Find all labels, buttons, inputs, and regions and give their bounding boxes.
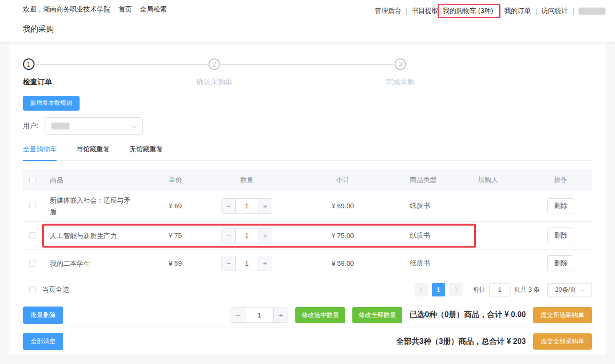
nav-separator: | xyxy=(535,7,537,15)
tab-full-cart[interactable]: 全量购物车 xyxy=(23,145,57,161)
top-header: 欢迎，湖南商务职业技术学院 首页 全局检索 管理后台 | 书目提取 | 我的购物… xyxy=(0,0,615,42)
pagination: 1 前往 页共 3 条 20条/页 xyxy=(411,283,592,296)
submit-selected-button[interactable]: 提交所选采购单 xyxy=(533,307,592,323)
unit-price: ¥ 59 xyxy=(163,260,213,267)
nav-separator: | xyxy=(440,7,442,15)
header-cell-product: 商品 xyxy=(42,174,163,186)
qty-increase-button[interactable]: + xyxy=(258,256,272,271)
user-select[interactable] xyxy=(45,117,143,135)
redacted-user-value xyxy=(51,123,70,129)
header-cell-price: 单价 xyxy=(163,176,213,184)
qty-input[interactable] xyxy=(236,199,258,213)
step-connector xyxy=(221,64,394,65)
tab-no-duplicate[interactable]: 无馆藏重复 xyxy=(129,145,163,160)
add-copy-rule-button[interactable]: 新增复本数规则 xyxy=(23,96,80,111)
page-size-value: 20条/页 xyxy=(555,285,576,294)
batch-delete-button[interactable]: 批量删除 xyxy=(23,307,63,324)
product-title: 新媒体嵌入社会：适应与矛盾 xyxy=(42,191,163,221)
header-cell-action: 操作 xyxy=(530,176,592,184)
table-row: 人工智能与新质生产力 ¥ 75 − + ¥ 75.00 纸质书 删除 xyxy=(23,222,592,250)
qty-decrease-button[interactable]: − xyxy=(222,256,236,271)
table-row: 我的二本学生 ¥ 59 − + ¥ 59.00 纸质书 删除 xyxy=(23,250,592,277)
row-checkbox[interactable] xyxy=(29,203,36,209)
qty-input[interactable] xyxy=(236,228,258,243)
product-title: 人工智能与新质生产力 xyxy=(42,226,163,245)
select-page-label: 当页全选 xyxy=(42,285,69,294)
qty-increase-button[interactable]: + xyxy=(258,228,272,243)
nav-admin-link[interactable]: 管理后台 xyxy=(374,7,401,15)
top-nav: 管理后台 | 书目提取 | 我的购物车 (3种) 我的订单 | 访问统计 | xyxy=(374,4,605,18)
all-actions-bar: 全部清空 全部共3种（3册）商品，总合计 ¥ 203 提交全部采购单 xyxy=(23,328,592,355)
qty-increase-button[interactable]: + xyxy=(258,199,272,213)
chevron-down-icon xyxy=(131,123,137,128)
update-all-qty-button[interactable]: 修改全部数量 xyxy=(352,307,402,323)
product-type: 纸质书 xyxy=(405,231,472,240)
next-page-button[interactable] xyxy=(449,283,463,296)
step-3-circle: 3 xyxy=(395,58,406,70)
subtotal: ¥ 69.00 xyxy=(280,202,405,210)
delete-button[interactable]: 删除 xyxy=(547,228,574,243)
table-footer: 当页全选 1 前往 页共 3 条 20条/页 xyxy=(23,277,592,302)
page-size-select[interactable]: 20条/页 xyxy=(547,283,592,296)
unit-price: ¥ 69 xyxy=(163,202,213,210)
clear-all-button[interactable]: 全部清空 xyxy=(23,333,63,350)
qty-stepper: − + xyxy=(221,198,272,214)
tab-duplicate-with-collection[interactable]: 与馆藏重复 xyxy=(76,145,110,160)
nav-orders-link[interactable]: 我的订单 xyxy=(504,7,531,15)
user-filter-row: 用户: xyxy=(23,117,592,135)
qty-input[interactable] xyxy=(236,256,258,271)
page-title: 我的采购 xyxy=(23,24,54,34)
welcome-text: 欢迎，湖南商务职业技术学院 xyxy=(23,5,110,14)
table-header-row: 商品 单价 数量 小计 商品类型 加购人 操作 xyxy=(23,170,592,191)
cart-annotation-box: | 我的购物车 (3种) xyxy=(438,4,500,18)
select-page-checkbox[interactable] xyxy=(29,286,36,293)
chevron-down-icon xyxy=(580,286,585,291)
qty-decrease-button[interactable]: − xyxy=(222,228,236,243)
welcome-bar: 欢迎，湖南商务职业技术学院 首页 全局检索 xyxy=(23,5,167,14)
qty-stepper: − + xyxy=(221,256,272,271)
subtotal: ¥ 75.00 xyxy=(280,232,405,239)
nav-booklist-extract-link[interactable]: 书目提取 xyxy=(412,7,439,15)
product-type: 纸质书 xyxy=(405,202,472,210)
qty-decrease-button[interactable]: − xyxy=(222,199,236,213)
nav-stats-link[interactable]: 访问统计 xyxy=(541,7,568,15)
step-1-circle: 1 xyxy=(23,58,35,70)
header-cell-subtotal: 小计 xyxy=(280,176,405,184)
table-row: 新媒体嵌入社会：适应与矛盾 ¥ 69 − + ¥ 69.00 纸质书 删除 xyxy=(23,191,592,222)
cart-tabs: 全量购物车 与馆藏重复 无馆藏重复 xyxy=(23,145,592,161)
step-connector xyxy=(35,64,208,65)
step-indicator: 1 2 3 检查订单 确认采购单 完成采购 xyxy=(23,56,592,96)
step-1-label: 检查订单 xyxy=(23,78,52,87)
chevron-left-icon xyxy=(419,287,424,292)
qty-decrease-button[interactable]: − xyxy=(231,308,245,322)
delete-button[interactable]: 删除 xyxy=(547,198,574,214)
nav-cart-link[interactable]: 我的购物车 (3种) xyxy=(443,7,493,15)
row-checkbox[interactable] xyxy=(29,232,36,239)
qty-stepper: − + xyxy=(221,228,272,243)
delete-button[interactable]: 删除 xyxy=(547,255,574,271)
bulk-qty-input[interactable] xyxy=(245,308,273,322)
header-cell-qty: 数量 xyxy=(213,176,280,184)
total-summary: 全部共3种（3册）商品，总合计 ¥ 203 xyxy=(396,337,526,347)
cart-table: 商品 单价 数量 小计 商品类型 加购人 操作 新媒体嵌入社会：适应与矛盾 ¥ … xyxy=(23,170,592,302)
nav-global-search-link[interactable]: 全局检索 xyxy=(140,5,167,14)
selected-summary: 已选0种（0册）商品，合计 ¥ 0.00 xyxy=(409,310,526,320)
header-cell-type: 商品类型 xyxy=(405,176,472,184)
main-card: 1 2 3 检查订单 确认采购单 完成采购 新增复本数规则 用户: 全量购物车 … xyxy=(9,42,606,355)
update-selected-qty-button[interactable]: 修改选中数量 xyxy=(295,307,345,323)
redacted-username xyxy=(579,8,605,15)
bulk-qty-stepper: − + xyxy=(231,307,288,323)
row-checkbox[interactable] xyxy=(29,260,36,267)
page-number-button[interactable]: 1 xyxy=(432,283,445,296)
goto-page-input[interactable] xyxy=(489,283,511,296)
user-label: 用户: xyxy=(23,122,38,130)
step-2-label: 确认采购单 xyxy=(197,78,232,87)
qty-increase-button[interactable]: + xyxy=(273,308,288,322)
select-all-checkbox[interactable] xyxy=(29,177,36,183)
selected-actions-bar: 批量删除 − + 修改选中数量 修改全部数量 已选0种（0册）商品，合计 ¥ 0… xyxy=(23,302,592,328)
submit-all-button[interactable]: 提交全部采购单 xyxy=(533,333,592,350)
prev-page-button[interactable] xyxy=(415,283,428,296)
step-2-circle: 2 xyxy=(209,58,220,70)
product-title: 我的二本学生 xyxy=(42,254,163,273)
nav-home-link[interactable]: 首页 xyxy=(118,5,132,14)
